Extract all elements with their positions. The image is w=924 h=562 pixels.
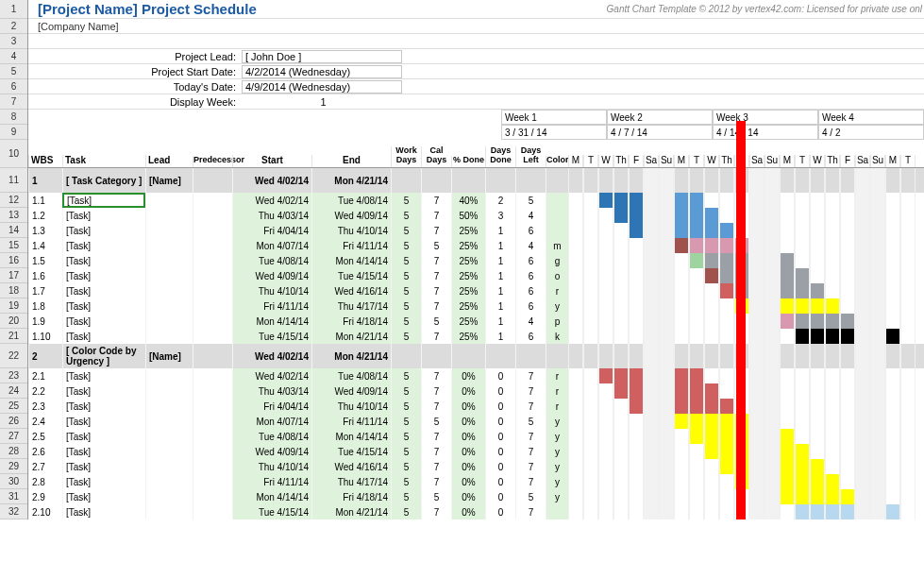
days-left-cell[interactable]: 7 [515, 429, 546, 444]
task-cell[interactable]: [Task] [62, 268, 145, 283]
row-number[interactable]: 17 [0, 268, 27, 283]
wbs-cell[interactable]: 2.7 [28, 459, 62, 474]
lead-cell[interactable] [145, 314, 193, 329]
row-number[interactable]: 25 [0, 399, 27, 414]
work-days-cell[interactable]: 5 [391, 238, 421, 253]
start-cell[interactable]: Mon 4/14/14 [232, 314, 311, 329]
wbs-cell[interactable]: 2.9 [28, 489, 62, 504]
wbs-cell[interactable]: 2.5 [28, 429, 62, 444]
days-done-cell[interactable] [485, 344, 515, 368]
color-cell[interactable]: k [546, 329, 568, 344]
lead-cell[interactable] [145, 399, 193, 414]
col-start[interactable]: Start [232, 155, 311, 167]
category-row[interactable]: 1[ Task Category ][Name]Wed 4/02/14Mon 4… [28, 168, 924, 193]
days-done-cell[interactable]: 1 [485, 314, 515, 329]
predecessor-cell[interactable] [193, 489, 232, 504]
task-row[interactable]: 2.4[Task]Mon 4/07/14Fri 4/11/14550%05y [28, 414, 924, 429]
color-cell[interactable] [546, 168, 568, 193]
color-cell[interactable] [546, 223, 568, 238]
cal-days-cell[interactable]: 7 [421, 298, 451, 314]
lead-cell[interactable] [145, 444, 193, 459]
task-cell[interactable]: [Task] [62, 283, 145, 298]
predecessor-cell[interactable] [193, 399, 232, 414]
row-number[interactable]: 2 [0, 19, 27, 34]
cal-days-cell[interactable]: 7 [421, 329, 451, 344]
days-done-cell[interactable]: 0 [485, 459, 515, 474]
start-cell[interactable]: Tue 4/15/14 [232, 329, 311, 344]
work-days-cell[interactable]: 5 [391, 368, 421, 383]
work-days-cell[interactable] [391, 168, 421, 193]
color-cell[interactable]: y [546, 489, 568, 504]
days-left-cell[interactable]: 4 [515, 208, 546, 223]
work-days-cell[interactable]: 5 [391, 489, 421, 504]
start-cell[interactable]: Fri 4/04/14 [232, 223, 311, 238]
col-work-days[interactable]: Work Days [391, 146, 421, 167]
row-number[interactable]: 21 [0, 329, 27, 344]
task-row[interactable]: 1.5[Task]Tue 4/08/14Mon 4/14/145725%16g [28, 253, 924, 268]
task-cell[interactable]: [ Task Category ] [62, 168, 145, 193]
task-cell[interactable]: [Task] [62, 368, 145, 383]
days-done-cell[interactable]: 1 [485, 238, 515, 253]
days-left-cell[interactable]: 5 [515, 414, 546, 429]
start-cell[interactable]: Thu 4/03/14 [232, 383, 311, 399]
days-left-cell[interactable]: 6 [515, 253, 546, 268]
wbs-cell[interactable]: 2.6 [28, 444, 62, 459]
col-predecessor[interactable]: Predecessor [193, 156, 232, 167]
wbs-cell[interactable]: 1.8 [28, 298, 62, 314]
task-cell[interactable]: [Task] [62, 329, 145, 344]
cal-days-cell[interactable]: 7 [421, 368, 451, 383]
days-done-cell[interactable]: 0 [485, 368, 515, 383]
lead-cell[interactable] [145, 504, 193, 519]
predecessor-cell[interactable] [193, 459, 232, 474]
days-done-cell[interactable]: 1 [485, 253, 515, 268]
start-cell[interactable]: Mon 4/14/14 [232, 489, 311, 504]
days-left-cell[interactable] [515, 168, 546, 193]
lead-cell[interactable] [145, 253, 193, 268]
task-cell[interactable]: [Task] [62, 459, 145, 474]
row-number[interactable]: 28 [0, 444, 27, 459]
cal-days-cell[interactable]: 7 [421, 429, 451, 444]
task-row[interactable]: 1.7[Task]Thu 4/10/14Wed 4/16/145725%16r [28, 283, 924, 298]
pct-done-cell[interactable]: 25% [451, 238, 485, 253]
end-cell[interactable]: Tue 4/08/14 [311, 368, 391, 383]
pct-done-cell[interactable]: 0% [451, 429, 485, 444]
col-days-done[interactable]: Days Done [485, 146, 515, 167]
predecessor-cell[interactable] [193, 504, 232, 519]
lead-cell[interactable] [145, 414, 193, 429]
cal-days-cell[interactable]: 7 [421, 223, 451, 238]
color-cell[interactable]: y [546, 414, 568, 429]
task-row[interactable]: 2.8[Task]Fri 4/11/14Thu 4/17/14570%07y [28, 474, 924, 489]
days-left-cell[interactable]: 7 [515, 399, 546, 414]
pct-done-cell[interactable]: 50% [451, 208, 485, 223]
days-done-cell[interactable]: 1 [485, 268, 515, 283]
days-left-cell[interactable]: 5 [515, 489, 546, 504]
work-days-cell[interactable]: 5 [391, 268, 421, 283]
predecessor-cell[interactable] [193, 193, 232, 208]
color-cell[interactable]: o [546, 268, 568, 283]
days-done-cell[interactable]: 1 [485, 298, 515, 314]
days-done-cell[interactable]: 0 [485, 489, 515, 504]
lead-cell[interactable] [145, 329, 193, 344]
lead-cell[interactable] [145, 489, 193, 504]
end-cell[interactable]: Tue 4/15/14 [311, 268, 391, 283]
lead-cell[interactable] [145, 298, 193, 314]
color-cell[interactable]: m [546, 238, 568, 253]
pct-done-cell[interactable]: 0% [451, 474, 485, 489]
task-cell[interactable]: [Task] [62, 474, 145, 489]
work-days-cell[interactable]: 5 [391, 444, 421, 459]
wbs-cell[interactable]: 1 [28, 168, 62, 193]
days-done-cell[interactable]: 1 [485, 283, 515, 298]
start-cell[interactable]: Wed 4/09/14 [232, 268, 311, 283]
days-left-cell[interactable]: 7 [515, 459, 546, 474]
days-done-cell[interactable]: 0 [485, 429, 515, 444]
lead-cell[interactable] [145, 429, 193, 444]
predecessor-cell[interactable] [193, 208, 232, 223]
wbs-cell[interactable]: 1.5 [28, 253, 62, 268]
work-days-cell[interactable]: 5 [391, 399, 421, 414]
days-done-cell[interactable]: 0 [485, 399, 515, 414]
pct-done-cell[interactable]: 0% [451, 489, 485, 504]
color-cell[interactable]: r [546, 368, 568, 383]
row-number[interactable]: 15 [0, 238, 27, 253]
task-row[interactable]: 2.2[Task]Thu 4/03/14Wed 4/09/14570%07r [28, 383, 924, 399]
lead-cell[interactable] [145, 223, 193, 238]
